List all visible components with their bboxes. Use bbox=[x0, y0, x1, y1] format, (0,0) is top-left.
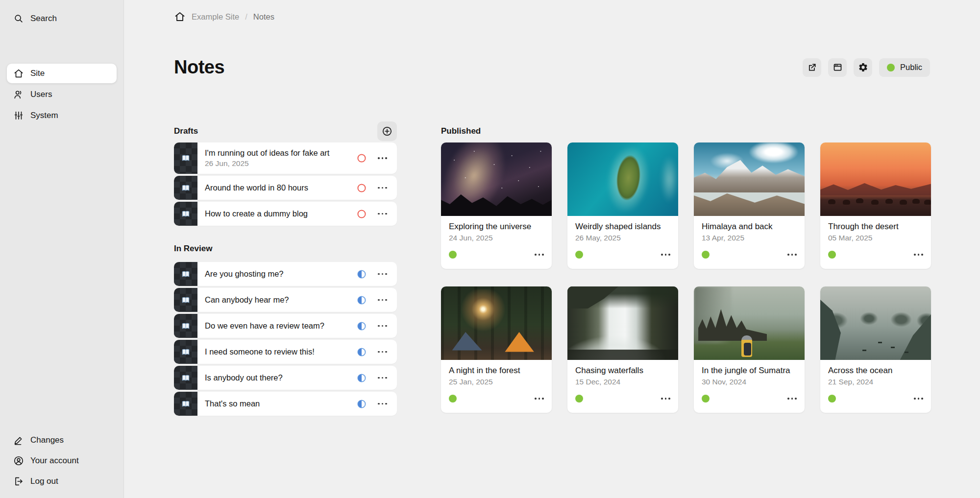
sidebar-item-site[interactable]: Site bbox=[7, 64, 117, 83]
published-card[interactable]: In the jungle of Sumatra 30 Nov, 2024 bbox=[694, 286, 805, 413]
published-status-dot-icon bbox=[828, 395, 836, 403]
sidebar-item-label: Site bbox=[30, 69, 45, 78]
sidebar: Search Site Users System Changes bbox=[0, 0, 124, 498]
settings-button[interactable] bbox=[854, 58, 872, 77]
breadcrumb-site-link[interactable]: Example Site bbox=[192, 12, 239, 22]
sidebar-item-label: Your account bbox=[30, 456, 79, 466]
sidebar-item-users[interactable]: Users bbox=[7, 85, 117, 104]
sidebar-item-label: Log out bbox=[30, 476, 58, 486]
browser-window-icon bbox=[833, 62, 843, 72]
published-card[interactable]: Across the ocean 21 Sep, 2024 bbox=[820, 286, 931, 413]
more-menu-button[interactable] bbox=[378, 296, 387, 304]
more-menu-button[interactable] bbox=[378, 184, 387, 192]
page-header: Notes Public bbox=[174, 57, 930, 78]
book-thumbnail-icon bbox=[174, 142, 197, 174]
sidebar-item-label: Users bbox=[30, 90, 52, 99]
sidebar-item-label: System bbox=[30, 111, 58, 120]
review-item[interactable]: Is anybody out there? bbox=[174, 366, 397, 390]
drafts-heading: Drafts bbox=[174, 126, 198, 136]
sidebar-item-search[interactable]: Search bbox=[7, 9, 117, 28]
card-footer bbox=[820, 395, 931, 403]
card-footer bbox=[694, 395, 805, 403]
entry-info: I need someone to review this! bbox=[197, 347, 357, 356]
more-menu-button[interactable] bbox=[535, 395, 544, 403]
review-item[interactable]: That's so mean bbox=[174, 392, 397, 416]
card-photo bbox=[820, 286, 931, 360]
published-card[interactable]: Chasing waterfalls 15 Dec, 2024 bbox=[567, 286, 678, 413]
more-menu-button[interactable] bbox=[535, 251, 544, 259]
entry-title: Is anybody out there? bbox=[205, 373, 357, 382]
more-menu-button[interactable] bbox=[378, 348, 387, 356]
published-card[interactable]: Exploring the universe 24 Jun, 2025 bbox=[441, 142, 552, 269]
more-menu-button[interactable] bbox=[914, 395, 923, 403]
entry-date: 26 May, 2025 bbox=[575, 234, 670, 242]
published-grid: Exploring the universe 24 Jun, 2025 Weir… bbox=[441, 142, 931, 413]
more-menu-button[interactable] bbox=[661, 251, 670, 259]
draft-item[interactable]: I'm running out of ideas for fake art 26… bbox=[174, 142, 397, 174]
card-photo bbox=[820, 142, 931, 216]
review-item[interactable]: Do we even have a review team? bbox=[174, 314, 397, 338]
entry-title: Through the desert bbox=[828, 222, 923, 232]
add-entry-button[interactable] bbox=[377, 121, 397, 141]
public-status-dot-icon bbox=[887, 64, 895, 71]
card-photo bbox=[567, 142, 678, 216]
more-menu-button[interactable] bbox=[661, 395, 670, 403]
entry-title: Himalaya and back bbox=[702, 222, 797, 232]
published-card[interactable]: Weirdly shaped islands 26 May, 2025 bbox=[567, 142, 678, 269]
entry-info: How to create a dummy blog bbox=[197, 209, 357, 218]
more-menu-button[interactable] bbox=[378, 270, 387, 278]
card-photo bbox=[441, 142, 552, 216]
more-menu-button[interactable] bbox=[787, 251, 797, 259]
gear-icon bbox=[858, 62, 868, 72]
in-review-status-icon bbox=[357, 348, 366, 356]
open-site-button[interactable] bbox=[803, 58, 821, 77]
sidebar-item-label: Changes bbox=[30, 435, 64, 445]
search-icon bbox=[13, 13, 24, 24]
breadcrumb-home-icon[interactable] bbox=[174, 11, 186, 23]
more-menu-button[interactable] bbox=[914, 251, 923, 259]
draft-item[interactable]: Around the world in 80 hours bbox=[174, 176, 397, 200]
published-status-dot-icon bbox=[828, 251, 836, 259]
more-menu-button[interactable] bbox=[378, 374, 387, 382]
breadcrumb-current[interactable]: Notes bbox=[253, 12, 274, 22]
sidebar-nav: Site Users System bbox=[7, 64, 117, 125]
more-menu-button[interactable] bbox=[787, 395, 797, 403]
visibility-badge[interactable]: Public bbox=[879, 58, 930, 77]
entry-date: 26 Jun, 2025 bbox=[205, 159, 357, 168]
entry-title: Around the world in 80 hours bbox=[205, 183, 357, 192]
drafts-header: Drafts bbox=[174, 121, 397, 141]
more-menu-button[interactable] bbox=[378, 322, 387, 330]
review-item[interactable]: I need someone to review this! bbox=[174, 340, 397, 364]
draft-status-icon bbox=[357, 184, 366, 192]
book-thumbnail-icon bbox=[174, 288, 197, 312]
draft-item[interactable]: How to create a dummy blog bbox=[174, 202, 397, 226]
review-item[interactable]: Are you ghosting me? bbox=[174, 262, 397, 286]
entry-info: I'm running out of ideas for fake art 26… bbox=[197, 148, 357, 168]
card-photo bbox=[694, 286, 805, 360]
sidebar-item-changes[interactable]: Changes bbox=[7, 430, 117, 450]
published-heading: Published bbox=[441, 126, 931, 137]
sidebar-item-label: Search bbox=[30, 14, 57, 24]
sidebar-item-logout[interactable]: Log out bbox=[7, 472, 117, 491]
card-photo bbox=[694, 142, 805, 216]
book-thumbnail-icon bbox=[174, 340, 197, 364]
sidebar-item-system[interactable]: System bbox=[7, 106, 117, 125]
more-menu-button[interactable] bbox=[378, 400, 387, 408]
entry-title: How to create a dummy blog bbox=[205, 209, 357, 218]
published-card[interactable]: A night in the forest 25 Jan, 2025 bbox=[441, 286, 552, 413]
sidebar-item-account[interactable]: Your account bbox=[7, 451, 117, 471]
book-thumbnail-icon bbox=[174, 262, 197, 286]
entry-info: Is anybody out there? bbox=[197, 373, 357, 382]
more-menu-button[interactable] bbox=[378, 154, 387, 162]
more-menu-button[interactable] bbox=[378, 210, 387, 218]
draft-status-icon bbox=[357, 210, 366, 218]
preview-button[interactable] bbox=[828, 58, 847, 77]
entry-info: Around the world in 80 hours bbox=[197, 183, 357, 192]
entry-title: In the jungle of Sumatra bbox=[702, 366, 797, 376]
published-card[interactable]: Through the desert 05 Mar, 2025 bbox=[820, 142, 931, 269]
published-status-dot-icon bbox=[702, 395, 710, 403]
published-card[interactable]: Himalaya and back 13 Apr, 2025 bbox=[694, 142, 805, 269]
card-footer bbox=[820, 251, 931, 259]
book-thumbnail-icon bbox=[174, 314, 197, 338]
review-item[interactable]: Can anybody hear me? bbox=[174, 288, 397, 312]
